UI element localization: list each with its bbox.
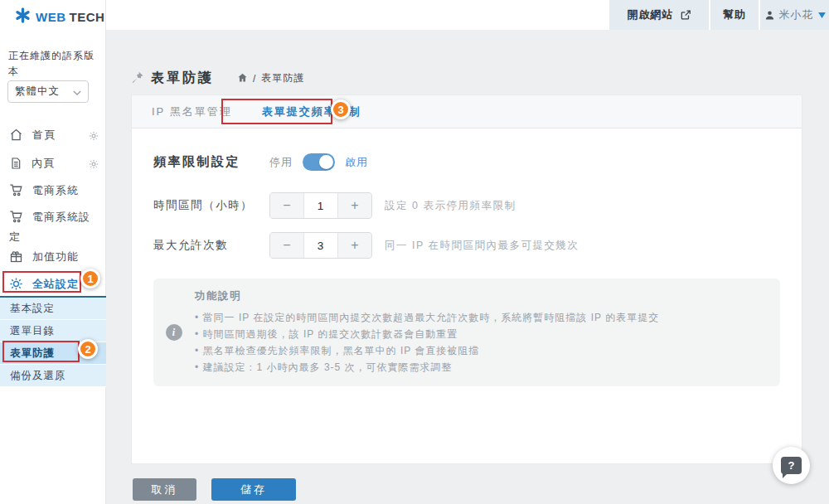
sidebar-item-addons[interactable]: 加值功能 xyxy=(0,246,106,271)
brand-name-primary: WEB xyxy=(36,10,66,24)
app-window: 開啟網站 幫助 米小花 xyxy=(0,0,829,504)
sidebar: WEB TECH 正在維護的語系版本 繁體中文 首頁 xyxy=(0,0,106,504)
annotation-badge-3: 3 xyxy=(331,99,351,119)
tab-panel-rate-limit: 頻率限制設定 停用 啟用 時間區間（小時） − 1 + 設定 0 表示停用頻率限… xyxy=(132,128,802,386)
user-menu[interactable]: 米小花 xyxy=(760,0,829,30)
help-label: 幫助 xyxy=(723,7,746,22)
max-attempts-row: 最大允許次數 − 3 + 同一 IP 在時間區間內最多可提交幾次 xyxy=(153,232,780,259)
help-button[interactable]: 幫助 xyxy=(710,0,759,30)
time-interval-label: 時間區間（小時） xyxy=(153,198,269,213)
rate-limit-setting-label: 頻率限制設定 xyxy=(153,154,269,170)
pin-icon xyxy=(131,70,144,87)
chat-question-icon: ? xyxy=(781,457,802,474)
user-icon xyxy=(764,10,775,21)
home-icon xyxy=(9,128,23,147)
max-attempts-hint: 同一 IP 在時間區間內最多可提交幾次 xyxy=(385,239,579,253)
brand-logo[interactable]: WEB TECH xyxy=(15,7,104,27)
language-select[interactable]: 繁體中文 xyxy=(7,80,89,103)
top-bar: 開啟網站 幫助 米小花 xyxy=(0,0,829,30)
sidebar-item-label: 電商系統 xyxy=(32,184,79,196)
max-attempts-value[interactable]: 3 xyxy=(303,233,338,258)
time-interval-row: 時間區間（小時） − 1 + 設定 0 表示停用頻率限制 xyxy=(153,192,780,219)
home-breadcrumb-icon[interactable] xyxy=(237,72,248,85)
page-header: 表單防護 / 表單防護 xyxy=(131,70,304,87)
sidebar-item-label: 首頁 xyxy=(32,128,56,141)
open-site-label: 開啟網站 xyxy=(628,7,674,22)
tab-bar: IP 黑名單管理 表單提交頻率限制 xyxy=(132,95,802,128)
sidebar-item-inner-pages[interactable]: 內頁 xyxy=(0,153,106,177)
cart-icon xyxy=(9,183,23,202)
help-chat-fab[interactable]: ? xyxy=(773,447,810,484)
feature-bullet: 黑名單檢查優先於頻率限制，黑名單中的 IP 會直接被阻擋 xyxy=(195,342,764,359)
chevron-down-icon xyxy=(818,12,826,18)
language-selected-value: 繁體中文 xyxy=(15,85,60,99)
chevron-down-icon xyxy=(73,86,81,98)
max-attempts-stepper: − 3 + xyxy=(269,232,372,259)
subitem-label: 基本設定 xyxy=(10,302,55,316)
asterisk-logo-icon xyxy=(15,7,31,27)
sidebar-item-label: 加值功能 xyxy=(32,250,79,263)
interval-hint: 設定 0 表示停用頻率限制 xyxy=(385,199,516,213)
feature-bullet: 建議設定：1 小時內最多 3-5 次，可依實際需求調整 xyxy=(195,359,764,376)
sidebar-item-ecommerce[interactable]: 電商系統 xyxy=(0,180,106,205)
feature-bullet: 當同一 IP 在設定的時間區間內提交次數超過最大允許次數時，系統將暫時阻擋該 I… xyxy=(195,309,764,326)
max-increment-button[interactable]: + xyxy=(338,233,371,258)
cart-icon xyxy=(9,210,23,229)
info-icon: i xyxy=(166,324,182,341)
feature-description-list: 當同一 IP 在設定的時間區間內提交次數超過最大允許次數時，系統將暫時阻擋該 I… xyxy=(195,309,764,376)
cancel-button[interactable]: 取消 xyxy=(133,478,196,501)
interval-value[interactable]: 1 xyxy=(303,193,338,218)
feature-description-box: i 功能說明 當同一 IP 在設定的時間區間內提交次數超過最大允許次數時，系統將… xyxy=(153,279,780,386)
max-decrement-button[interactable]: − xyxy=(270,233,303,258)
page-icon xyxy=(9,157,22,175)
max-attempts-label: 最大允許次數 xyxy=(153,238,269,253)
sidebar-item-label: 內頁 xyxy=(32,157,55,169)
sidebar-item-home[interactable]: 首頁 xyxy=(0,124,106,149)
toggle-knob xyxy=(319,155,333,169)
external-link-icon xyxy=(680,9,691,21)
breadcrumb-separator: / xyxy=(253,73,256,85)
breadcrumb-current: 表單防護 xyxy=(261,71,304,85)
feature-bullet: 時間區間過期後，該 IP 的提交次數計數器會自動重置 xyxy=(195,326,764,342)
rate-limit-toggle-row: 頻率限制設定 停用 啟用 xyxy=(153,153,780,171)
feature-description-title: 功能說明 xyxy=(195,289,764,303)
form-protection-card: IP 黑名單管理 表單提交頻率限制 頻率限制設定 停用 啟用 時間區間（小時） … xyxy=(131,94,802,464)
toggle-on-label: 啟用 xyxy=(345,155,368,170)
sidebar-subitem-basic-settings[interactable]: 基本設定 xyxy=(0,298,106,320)
username-label: 米小花 xyxy=(779,7,814,22)
sidebar-subitem-backup-restore[interactable]: 備份及還原 xyxy=(0,365,106,387)
subitem-label: 選單目錄 xyxy=(10,324,55,338)
interval-increment-button[interactable]: + xyxy=(338,193,371,218)
rate-limit-toggle[interactable] xyxy=(303,153,335,171)
sidebar-item-label: 全站設定 xyxy=(32,278,79,290)
gear-icon xyxy=(9,277,23,296)
save-button[interactable]: 儲存 xyxy=(211,478,296,501)
open-site-button[interactable]: 開啟網站 xyxy=(609,0,709,30)
tab-ip-blacklist[interactable]: IP 黑名單管理 xyxy=(137,104,247,119)
gift-icon xyxy=(9,250,23,269)
breadcrumb: / 表單防護 xyxy=(237,71,304,85)
sidebar-item-ecommerce-settings[interactable]: 電商系統設定 xyxy=(0,206,106,248)
maintained-language-label: 正在維護的語系版本 xyxy=(8,48,99,80)
toggle-off-label: 停用 xyxy=(269,155,293,170)
annotation-badge-2: 2 xyxy=(78,339,98,359)
subitem-label: 備份及還原 xyxy=(10,369,66,383)
gear-icon[interactable] xyxy=(89,129,99,146)
page-title: 表單防護 xyxy=(151,70,214,87)
gear-icon[interactable] xyxy=(89,158,99,174)
brand-name-secondary: TECH xyxy=(70,10,105,24)
time-interval-stepper: − 1 + xyxy=(269,192,372,219)
interval-decrement-button[interactable]: − xyxy=(270,193,303,218)
subitem-label: 表單防護 xyxy=(10,346,55,361)
tab-submission-rate-limit[interactable]: 表單提交頻率限制 xyxy=(247,104,376,119)
annotation-badge-1: 1 xyxy=(80,269,100,288)
